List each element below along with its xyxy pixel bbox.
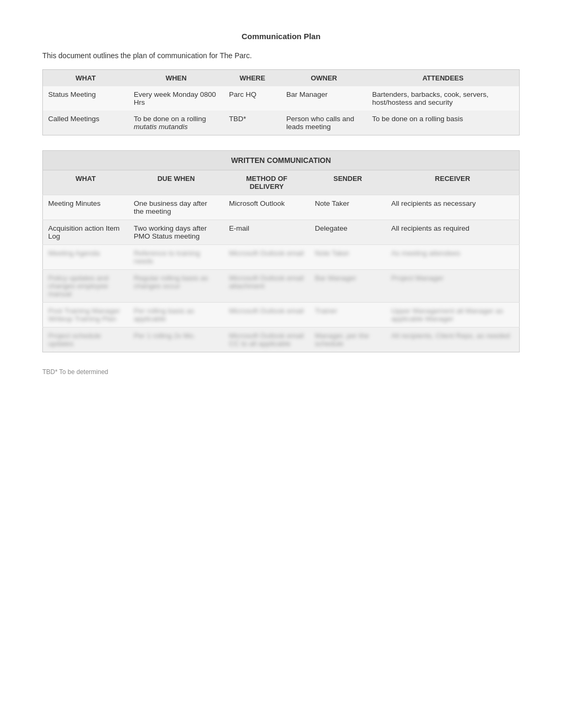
- wc-due-when-cell: Reference to training needs: [129, 245, 224, 270]
- wc-col-header-receiver: RECEIVER: [386, 170, 519, 195]
- verbal-comm-table: WHAT WHEN WHERE OWNER ATTENDEES Status M…: [42, 69, 520, 135]
- wc-receiver-cell: All recipients as necessary: [386, 195, 519, 220]
- written-comm-header-row: WHAT DUE WHEN METHOD OF DELIVERY SENDER …: [43, 170, 520, 195]
- table-row: Policy updates and changes employee manu…: [43, 270, 520, 303]
- written-comm-section-title: WRITTEN COMMUNICATION: [43, 151, 520, 170]
- when-cell: To be done on a rolling mutatis mutandis: [129, 111, 224, 135]
- written-comm-table-container: WRITTEN COMMUNICATION WHAT DUE WHEN METH…: [42, 150, 520, 352]
- wc-method-cell: Microsoft Outlook email: [224, 303, 310, 327]
- attendees-cell: Bartenders, barbacks, cook, servers, hos…: [367, 86, 519, 111]
- written-comm-section-header-row: WRITTEN COMMUNICATION: [43, 151, 520, 170]
- written-comm-table: WRITTEN COMMUNICATION WHAT DUE WHEN METH…: [42, 150, 520, 352]
- wc-sender-cell: Trainer: [310, 303, 386, 327]
- wc-what-cell: Post Training Manager Writeup Training P…: [43, 303, 129, 327]
- wc-method-cell: Microsoft Outlook email: [224, 245, 310, 270]
- wc-sender-cell: Note Taker: [310, 245, 386, 270]
- wc-what-cell: Acquisition action Item Log: [43, 220, 129, 245]
- col-header-when: WHEN: [129, 70, 224, 87]
- col-header-what: WHAT: [43, 70, 129, 87]
- table-row: Called MeetingsTo be done on a rolling m…: [43, 111, 520, 135]
- wc-sender-cell: Bar Manager: [310, 270, 386, 303]
- table-row: Meeting MinutesOne business day after th…: [43, 195, 520, 220]
- wc-what-cell: Policy updates and changes employee manu…: [43, 270, 129, 303]
- where-cell: TBD*: [224, 111, 281, 135]
- attendees-cell: To be done on a rolling basis: [367, 111, 519, 135]
- when-cell: Every week Monday 0800 Hrs: [129, 86, 224, 111]
- wc-what-cell: Project schedule updates: [43, 327, 129, 352]
- table-row: Acquisition action Item LogTwo working d…: [43, 220, 520, 245]
- wc-receiver-cell: As meeting attendees: [386, 245, 519, 270]
- wc-col-header-method: METHOD OF DELIVERY: [224, 170, 310, 195]
- table-row: Meeting AgendaReference to training need…: [43, 245, 520, 270]
- wc-due-when-cell: Per 1 rolling 2x Mo.: [129, 327, 224, 352]
- verbal-comm-table-container: WHAT WHEN WHERE OWNER ATTENDEES Status M…: [42, 69, 520, 135]
- wc-method-cell: E-mail: [224, 220, 310, 245]
- col-header-owner: OWNER: [281, 70, 367, 87]
- what-cell: Status Meeting: [43, 86, 129, 111]
- owner-cell: Bar Manager: [281, 86, 367, 111]
- wc-due-when-cell: Per rolling basis as applicable: [129, 303, 224, 327]
- owner-cell: Person who calls and leads meeting: [281, 111, 367, 135]
- table-row: Status MeetingEvery week Monday 0800 Hrs…: [43, 86, 520, 111]
- wc-due-when-cell: One business day after the meeting: [129, 195, 224, 220]
- wc-receiver-cell: All recipients, Client Reps, as needed: [386, 327, 519, 352]
- footer-note-text: TBD* To be determined: [42, 368, 108, 376]
- intro-text: This document outlines the plan of commu…: [42, 51, 520, 60]
- wc-receiver-cell: All recipients as required: [386, 220, 519, 245]
- wc-receiver-cell: Upper Management all Manager as applicab…: [386, 303, 519, 327]
- page-title: Communication Plan: [42, 32, 520, 41]
- where-cell: Parc HQ: [224, 86, 281, 111]
- col-header-where: WHERE: [224, 70, 281, 87]
- col-header-attendees: ATTENDEES: [367, 70, 519, 87]
- wc-what-cell: Meeting Minutes: [43, 195, 129, 220]
- table-header-row: WHAT WHEN WHERE OWNER ATTENDEES: [43, 70, 520, 87]
- table-row: Project schedule updatesPer 1 rolling 2x…: [43, 327, 520, 352]
- wc-what-cell: Meeting Agenda: [43, 245, 129, 270]
- wc-col-header-what: WHAT: [43, 170, 129, 195]
- wc-col-header-sender: SENDER: [310, 170, 386, 195]
- wc-sender-cell: Manager, per the schedule: [310, 327, 386, 352]
- table-row: Post Training Manager Writeup Training P…: [43, 303, 520, 327]
- wc-due-when-cell: Two working days after PMO Status meetin…: [129, 220, 224, 245]
- wc-method-cell: Microsoft Outlook email attachment: [224, 270, 310, 303]
- wc-sender-cell: Delegatee: [310, 220, 386, 245]
- what-cell: Called Meetings: [43, 111, 129, 135]
- wc-col-header-duewhen: DUE WHEN: [129, 170, 224, 195]
- footer-note: TBD* To be determined: [42, 368, 520, 376]
- wc-method-cell: Microsoft Outlook: [224, 195, 310, 220]
- wc-method-cell: Microsoft Outlook email CC to all applic…: [224, 327, 310, 352]
- wc-sender-cell: Note Taker: [310, 195, 386, 220]
- wc-receiver-cell: Project Manager: [386, 270, 519, 303]
- wc-due-when-cell: Regular rolling basis as changes occur: [129, 270, 224, 303]
